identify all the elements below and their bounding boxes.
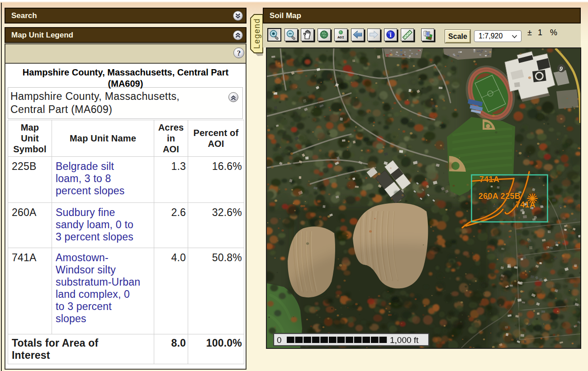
svg-text:Legend: Legend bbox=[252, 18, 261, 49]
svg-text:741A: 741A bbox=[479, 175, 499, 184]
svg-text:?: ? bbox=[237, 49, 241, 57]
svg-text:AOI: AOI bbox=[337, 35, 344, 39]
svg-text:0: 0 bbox=[277, 335, 282, 345]
svg-text:i: i bbox=[390, 32, 392, 38]
svg-text:260A 225B: 260A 225B bbox=[479, 192, 521, 201]
svg-text:1,000 ft: 1,000 ft bbox=[390, 335, 419, 345]
svg-text:741A: 741A bbox=[516, 200, 536, 209]
